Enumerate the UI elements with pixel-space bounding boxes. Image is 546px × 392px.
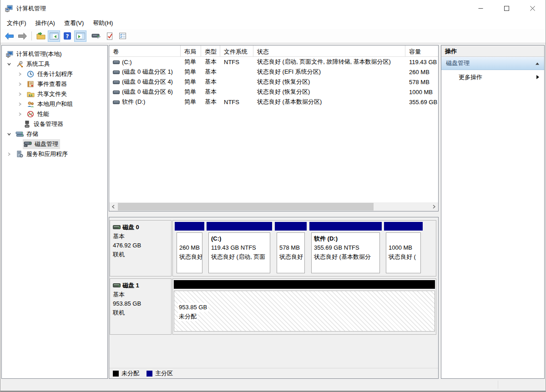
tree-item-disk-management[interactable]: 磁盘管理 [2, 139, 107, 149]
partition-recovery-1[interactable]: 578 MB 状态良好 [275, 221, 307, 276]
task-scheduler-icon [26, 70, 35, 78]
volume-row[interactable]: (C:) 简单 基本 NTFS 状态良好 (启动, 页面文件, 故障转储, 基本… [109, 57, 438, 67]
tree-item-event-viewer[interactable]: 事件查看器 [2, 79, 107, 89]
volume-row[interactable]: (磁盘 0 磁盘分区 1) 简单 基本 状态良好 (EFI 系统分区) 260 … [109, 67, 438, 77]
column-header-volume[interactable]: 卷 [109, 45, 181, 56]
legend: 未分配 主分区 [109, 368, 438, 378]
volume-status: 状态良好 (基本数据分区) [253, 97, 405, 107]
chevron-right-icon[interactable] [17, 71, 23, 77]
storage-icon [15, 131, 24, 138]
legend-swatch-unallocated [113, 371, 119, 377]
more-actions-item[interactable]: 更多操作 [441, 70, 544, 85]
show-console-tree-button[interactable] [48, 30, 60, 42]
actions-group-disk-management[interactable]: 磁盘管理 [441, 57, 544, 70]
horizontal-scrollbar[interactable] [109, 202, 438, 211]
volume-status: 状态良好 (恢复分区) [253, 77, 405, 87]
tree-item-label: 系统工具 [26, 60, 50, 68]
actions-pane: 操作 磁盘管理 更多操作 [441, 45, 545, 379]
menu-view[interactable]: 查看(V) [60, 17, 88, 29]
tree-item-performance[interactable]: 性能 [2, 109, 107, 119]
volume-fs [220, 67, 253, 77]
help-button[interactable]: ? [61, 30, 73, 42]
unallocated-color-bar [174, 280, 435, 289]
back-button[interactable] [3, 30, 15, 42]
chevron-right-icon[interactable] [17, 101, 23, 107]
tree-item-storage[interactable]: 存储 [2, 129, 107, 139]
properties-list-button[interactable] [116, 30, 129, 42]
performance-icon [26, 111, 35, 118]
disk-status: 联机 [113, 250, 168, 259]
tree-item-system-tools[interactable]: 系统工具 [2, 59, 107, 69]
actions-header: 操作 [441, 45, 544, 57]
tree-item-label: 存储 [26, 130, 38, 138]
partition-name [179, 234, 200, 243]
partition-d[interactable]: 软件 (D:) 355.69 GB NTFS 状态良好 (基本数据分 [309, 221, 382, 276]
volume-fs [220, 87, 253, 97]
forward-button[interactable] [16, 30, 29, 42]
scroll-right-arrow[interactable] [430, 202, 438, 211]
column-header-type[interactable]: 类型 [201, 45, 220, 56]
chevron-right-icon[interactable] [17, 91, 23, 97]
menu-action[interactable]: 操作(A) [31, 17, 60, 29]
disk-name: 磁盘 0 [122, 223, 139, 232]
volume-fs: NTFS [220, 57, 253, 67]
disk-icon [113, 223, 121, 232]
minimize-button[interactable] [468, 0, 494, 17]
tree-item-computer-management[interactable]: 计算机管理(本地) [2, 49, 107, 59]
disk-name: 磁盘 1 [122, 281, 139, 290]
disk-tool-button[interactable] [90, 30, 102, 42]
volume-type: 基本 [201, 97, 220, 107]
partition-status: 状态良好 ( [389, 252, 418, 261]
chevron-down-icon[interactable] [6, 131, 12, 137]
actions-group-label: 磁盘管理 [446, 59, 470, 67]
disk-size: 476.92 GB [113, 241, 168, 250]
volume-name: 软件 (D:) [122, 98, 145, 106]
legend-label: 主分区 [155, 369, 173, 377]
tree-item-services-applications[interactable]: 服务和应用程序 [2, 149, 107, 159]
volume-row[interactable]: (磁盘 0 磁盘分区 4) 简单 基本 状态良好 (恢复分区) 578 MB [109, 77, 438, 87]
window-title: 计算机管理 [16, 5, 46, 13]
show-action-pane-button[interactable] [74, 30, 86, 42]
volume-row[interactable]: (磁盘 0 磁盘分区 6) 简单 基本 状态良好 (恢复分区) 1000 MB [109, 87, 438, 97]
volume-capacity: 119.43 GB [405, 57, 438, 67]
partition-recovery-2[interactable]: 1000 MB 状态良好 ( [384, 221, 423, 276]
tree-item-task-scheduler[interactable]: 任务计划程序 [2, 69, 107, 79]
column-header-layout[interactable]: 布局 [181, 45, 201, 56]
chevron-down-icon[interactable] [6, 61, 12, 67]
check-document-button[interactable] [103, 30, 116, 42]
chevron-right-icon[interactable] [17, 81, 23, 87]
column-header-filesystem[interactable]: 文件系统 [220, 45, 253, 56]
unallocated-space[interactable]: 953.85 GB 未分配 [173, 279, 436, 334]
volume-icon [113, 99, 120, 106]
device-manager-icon [23, 121, 31, 128]
close-button[interactable] [520, 0, 546, 17]
titlebar: 计算机管理 [0, 0, 546, 17]
column-header-status[interactable]: 状态 [253, 45, 405, 56]
partition-efi[interactable]: 260 MB 状态良好 [175, 221, 204, 276]
menu-help[interactable]: 帮助(H) [88, 17, 117, 29]
unallocated-size: 953.85 GB [178, 303, 208, 312]
disk-1-label[interactable]: 磁盘 1 基本 953.85 GB 联机 [110, 278, 172, 335]
maximize-button[interactable] [494, 0, 520, 17]
export-list-button[interactable] [35, 30, 47, 42]
tree-item-label: 计算机管理(本地) [16, 50, 62, 58]
partition-status: 状态良好 (启动, 页面 [211, 252, 268, 261]
chevron-right-icon[interactable] [6, 151, 12, 157]
disk-0-label[interactable]: 磁盘 0 基本 476.92 GB 联机 [110, 220, 172, 276]
users-icon [26, 101, 35, 108]
tree-item-local-users-groups[interactable]: 本地用户和组 [2, 99, 107, 109]
tree-item-device-manager[interactable]: 设备管理器 [2, 119, 107, 129]
tree-item-shared-folders[interactable]: 共享文件夹 [2, 89, 107, 99]
submenu-arrow-icon [536, 74, 540, 81]
collapse-arrow-icon[interactable] [535, 60, 540, 67]
scrollbar-thumb[interactable] [118, 203, 374, 211]
computer-icon [5, 50, 14, 58]
partition-color-bar [207, 222, 272, 231]
chevron-right-icon[interactable] [17, 111, 23, 117]
menu-file[interactable]: 文件(F) [2, 17, 31, 29]
column-header-capacity[interactable]: 容量 [405, 45, 438, 56]
scroll-left-arrow[interactable] [109, 202, 117, 211]
volume-row[interactable]: 软件 (D:) 简单 基本 NTFS 状态良好 (基本数据分区) 355.69 … [109, 97, 438, 107]
volume-list-header: 卷 布局 类型 文件系统 状态 容量 [109, 45, 438, 57]
partition-c[interactable]: (C:) 119.43 GB NTFS 状态良好 (启动, 页面 [207, 221, 272, 276]
